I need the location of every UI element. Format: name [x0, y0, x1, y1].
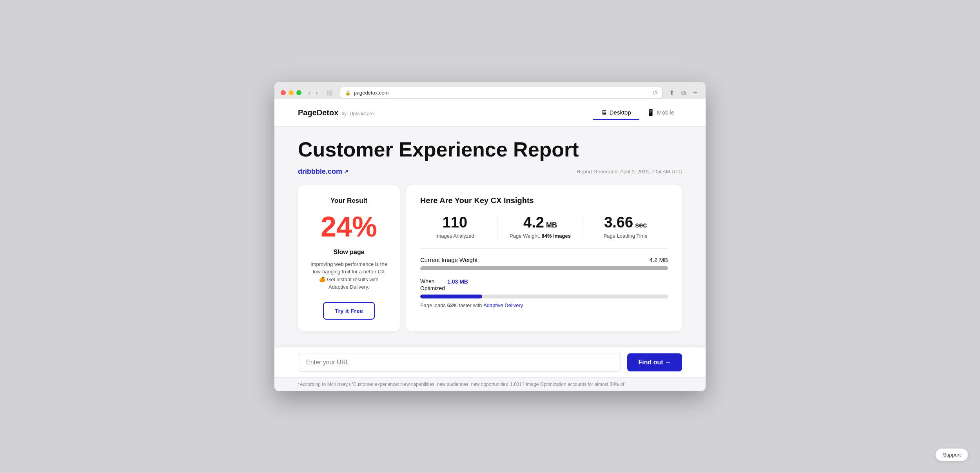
close-button[interactable] [281, 90, 286, 95]
metric-images-label: Images Analyzed [420, 233, 490, 239]
when-label: When [420, 278, 445, 284]
traffic-lights [281, 90, 301, 95]
browser-actions: ⬆ ⧉ + [667, 87, 699, 98]
tab-mobile[interactable]: 📱 Mobile [639, 106, 682, 120]
result-description: Improving web performance is the low-han… [310, 260, 387, 291]
mobile-icon: 📱 [647, 109, 655, 116]
site-url: dribbble.com [298, 167, 342, 176]
back-button[interactable]: ‹ [306, 89, 312, 97]
metric-page-weight: 4.2 MB Page Weight, 84% Images [498, 215, 583, 239]
footer-note: *According to McKinsey's 'Customer exper… [274, 377, 706, 391]
metric-time-value: 3.66 sec [591, 215, 660, 231]
tab-mobile-label: Mobile [657, 109, 674, 116]
try-free-button[interactable]: Try it Free [323, 302, 375, 320]
result-label: Slow page [333, 249, 364, 256]
metric-loading-time: 3.66 sec Page Loading Time [583, 215, 668, 239]
browser-nav: ‹ › [306, 89, 320, 97]
metric-time-label: Page Loading Time [591, 233, 660, 239]
metric-weight-label: Page Weight, 84% Images [506, 233, 575, 239]
url-bar-section: Find out → [274, 347, 706, 377]
maximize-button[interactable] [296, 90, 301, 95]
new-tab-button[interactable]: ⧉ [679, 87, 688, 98]
optimized-weight-bar [420, 295, 668, 298]
progress-fill-gray [420, 266, 668, 270]
desktop-icon: 🖥 [601, 109, 607, 116]
optimized-label: Optimized [420, 285, 445, 291]
current-weight-value: 4.2 MB [649, 257, 668, 263]
add-tab-button[interactable]: + [691, 87, 699, 98]
logo-name: PageDetox [298, 108, 338, 117]
page-content: PageDetox by Uploadcare 🖥 Desktop 📱 Mobi… [274, 99, 706, 391]
logo-uploadcare: Uploadcare [350, 111, 374, 116]
metric-weight-value: 4.2 MB [506, 215, 575, 231]
report-generated: Report Generated: April 3, 2019, 7:04 AM… [577, 169, 682, 175]
support-button[interactable]: Support [935, 448, 968, 461]
share-button[interactable]: ⬆ [667, 87, 676, 98]
cards-row: Your Result 24% Slow page Improving web … [298, 185, 682, 331]
external-link-icon: ↗ [344, 168, 348, 175]
metric-images-analyzed: 110 Images Analyzed [420, 215, 498, 239]
find-out-button[interactable]: Find out → [627, 353, 682, 371]
when-optimized-block: When Optimized 1.03 MB [420, 278, 668, 291]
tabs-overview-button[interactable]: ⊞ [325, 88, 335, 98]
browser-window: ‹ › ⊞ 🔒 pagedetox.com ↺ ⬆ ⧉ + PageDetox … [274, 82, 706, 391]
weight-header: Current Image Weight 4.2 MB [420, 257, 668, 263]
view-tabs: 🖥 Desktop 📱 Mobile [593, 106, 682, 120]
browser-top-bar: ‹ › ⊞ 🔒 pagedetox.com ↺ ⬆ ⧉ + [281, 87, 699, 99]
adaptive-delivery-link[interactable]: Adaptive Delivery [483, 302, 523, 308]
site-header: PageDetox by Uploadcare 🖥 Desktop 📱 Mobi… [274, 99, 706, 127]
metrics-row: 110 Images Analyzed 4.2 MB Page Weight, … [420, 215, 668, 239]
site-link[interactable]: dribbble.com ↗ [298, 167, 348, 176]
lock-icon: 🔒 [345, 90, 351, 96]
forward-button[interactable]: › [314, 89, 319, 97]
result-percentage: 24% [321, 213, 377, 241]
when-optimized-labels: When Optimized [420, 278, 445, 291]
url-input[interactable] [298, 353, 621, 372]
main-content: Customer Experience Report dribbble.com … [274, 127, 706, 347]
result-card: Your Result 24% Slow page Improving web … [298, 185, 400, 331]
tab-desktop[interactable]: 🖥 Desktop [593, 106, 639, 120]
faster-text: Page loads 63% faster with Adaptive Deli… [420, 302, 668, 308]
minimize-button[interactable] [289, 90, 294, 95]
optimized-value: 1.03 MB [447, 278, 468, 285]
reload-icon[interactable]: ↺ [652, 89, 657, 96]
insights-title: Here Are Your Key CX Insights [420, 196, 668, 205]
report-meta: dribbble.com ↗ Report Generated: April 3… [298, 167, 682, 176]
progress-fill-blue [420, 295, 482, 298]
logo-by: by [341, 111, 347, 116]
address-bar[interactable]: 🔒 pagedetox.com ↺ [340, 87, 663, 99]
result-card-title: Your Result [330, 197, 367, 205]
url-display: pagedetox.com [354, 90, 389, 96]
divider [420, 248, 668, 249]
footer-text: *According to McKinsey's 'Customer exper… [298, 382, 624, 387]
image-weight-section: Current Image Weight 4.2 MB [420, 257, 668, 270]
tab-desktop-label: Desktop [610, 109, 631, 116]
insights-card: Here Are Your Key CX Insights 110 Images… [406, 185, 682, 331]
logo-area: PageDetox by Uploadcare [298, 108, 374, 117]
page-title: Customer Experience Report [298, 138, 682, 161]
browser-chrome: ‹ › ⊞ 🔒 pagedetox.com ↺ ⬆ ⧉ + [274, 82, 706, 99]
current-weight-bar [420, 266, 668, 270]
metric-images-value: 110 [420, 215, 490, 231]
current-weight-label: Current Image Weight [420, 257, 477, 263]
